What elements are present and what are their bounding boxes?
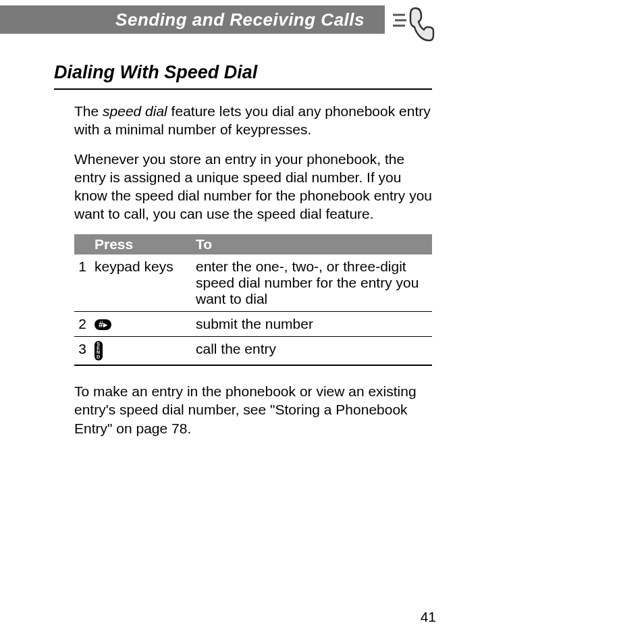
intro-paragraph: The speed dial feature lets you dial any… [74, 102, 432, 139]
outro-paragraph: To make an entry in the phonebook or vie… [74, 382, 432, 437]
hash-key-icon: #▸ [95, 319, 111, 330]
section-title: Dialing With Speed Dial [54, 62, 432, 83]
intro-text-1: The [74, 103, 103, 119]
page-content: Dialing With Speed Dial The speed dial f… [54, 62, 432, 448]
press-cell: keypad keys [90, 254, 192, 312]
row-number: 2 [74, 311, 90, 336]
instruction-table: Press To 1 keypad keys enter the one-, t… [74, 234, 432, 366]
row-number: 1 [74, 254, 90, 312]
chapter-header-bar: Sending and Receiving Calls [0, 5, 385, 34]
send-key-icon: SEND [95, 341, 103, 360]
table-header-row: Press To [74, 234, 432, 254]
table-row: 2 #▸ submit the number [74, 311, 432, 336]
header-spacer [74, 234, 90, 254]
press-cell: #▸ [90, 311, 192, 336]
table-row: 1 keypad keys enter the one-, two-, or t… [74, 254, 432, 312]
body-paragraph-2: Whenever you store an entry in your phon… [74, 150, 432, 223]
header-to: To [192, 234, 432, 254]
to-cell: call the entry [192, 336, 432, 365]
chapter-title: Sending and Receiving Calls [115, 9, 365, 30]
to-cell: submit the number [192, 311, 432, 336]
to-cell: enter the one-, two-, or three-digit spe… [192, 254, 432, 312]
intro-italic: speed dial [103, 103, 167, 119]
press-cell: SEND [90, 336, 192, 365]
header-press: Press [90, 234, 192, 254]
table-row: 3 SEND call the entry [74, 336, 432, 365]
page-number: 41 [421, 609, 436, 625]
title-underline [54, 88, 432, 90]
row-number: 3 [74, 336, 90, 365]
phone-icon [392, 0, 439, 47]
